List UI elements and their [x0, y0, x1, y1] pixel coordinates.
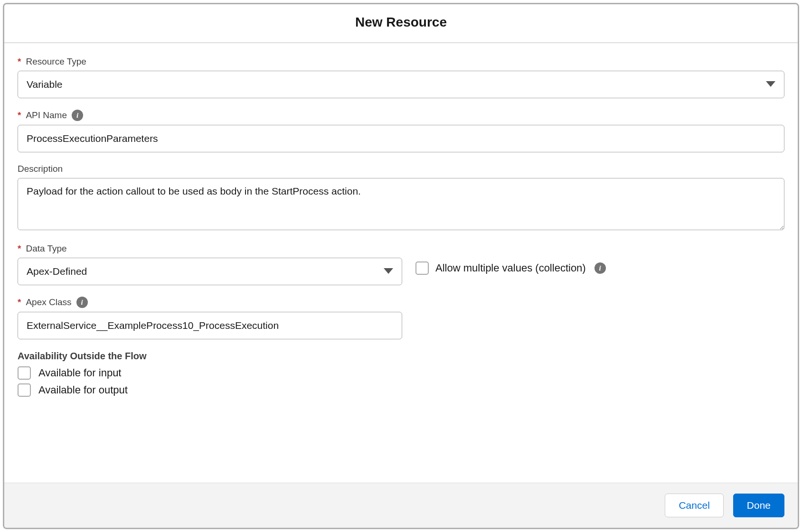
chevron-down-icon [384, 268, 393, 275]
data-type-row: * Data Type Apex-Defined Allow multiple … [18, 243, 784, 285]
availability-section: Availability Outside the Flow Available … [18, 351, 784, 397]
resource-type-select[interactable]: Variable [18, 71, 784, 98]
required-asterisk: * [18, 56, 21, 67]
required-asterisk: * [18, 297, 21, 308]
available-output-checkbox[interactable] [18, 383, 31, 397]
svg-marker-1 [384, 268, 393, 274]
apex-class-label: * Apex Class i [18, 297, 784, 308]
apex-class-input[interactable] [18, 312, 402, 339]
description-row: Description Payload for the action callo… [18, 164, 784, 232]
done-button[interactable]: Done [733, 494, 784, 517]
available-output-row: Available for output [18, 383, 784, 397]
data-type-label-text: Data Type [26, 243, 66, 254]
data-type-select[interactable]: Apex-Defined [18, 258, 402, 285]
api-name-label: * API Name i [18, 110, 784, 121]
info-icon[interactable]: i [594, 262, 606, 274]
allow-multiple-col: Allow multiple values (collection) i [415, 261, 606, 275]
description-textarea[interactable]: Payload for the action callout to be use… [18, 178, 784, 230]
available-input-label: Available for input [38, 367, 122, 379]
available-input-checkbox[interactable] [18, 366, 31, 380]
svg-marker-0 [766, 81, 775, 87]
api-name-row: * API Name i [18, 110, 784, 152]
info-icon[interactable]: i [76, 297, 88, 308]
available-output-label: Available for output [38, 384, 128, 396]
description-label-text: Description [18, 164, 63, 174]
api-name-label-text: API Name [26, 110, 67, 121]
resource-type-row: * Resource Type Variable [18, 56, 784, 98]
data-type-value: Apex-Defined [27, 266, 87, 277]
description-label: Description [18, 164, 784, 174]
required-asterisk: * [18, 110, 21, 121]
api-name-input[interactable] [18, 125, 784, 152]
data-type-col: * Data Type Apex-Defined [18, 243, 402, 285]
chevron-down-icon [766, 81, 775, 88]
modal-footer: Cancel Done [4, 483, 798, 528]
availability-heading: Availability Outside the Flow [18, 351, 784, 362]
resource-type-label: * Resource Type [18, 56, 784, 67]
resource-type-value: Variable [27, 79, 63, 90]
modal-body: * Resource Type Variable * API Name i De… [4, 43, 798, 483]
resource-type-label-text: Resource Type [26, 56, 86, 67]
new-resource-modal: New Resource * Resource Type Variable * … [3, 3, 799, 529]
available-input-row: Available for input [18, 366, 784, 380]
data-type-label: * Data Type [18, 243, 402, 254]
modal-title: New Resource [4, 15, 798, 30]
apex-class-row: * Apex Class i [18, 297, 784, 339]
allow-multiple-label: Allow multiple values (collection) [435, 262, 586, 274]
apex-class-label-text: Apex Class [26, 297, 71, 308]
info-icon[interactable]: i [72, 110, 83, 121]
allow-multiple-checkbox[interactable] [415, 261, 429, 275]
modal-header: New Resource [4, 4, 798, 43]
required-asterisk: * [18, 243, 21, 254]
cancel-button[interactable]: Cancel [665, 494, 723, 517]
